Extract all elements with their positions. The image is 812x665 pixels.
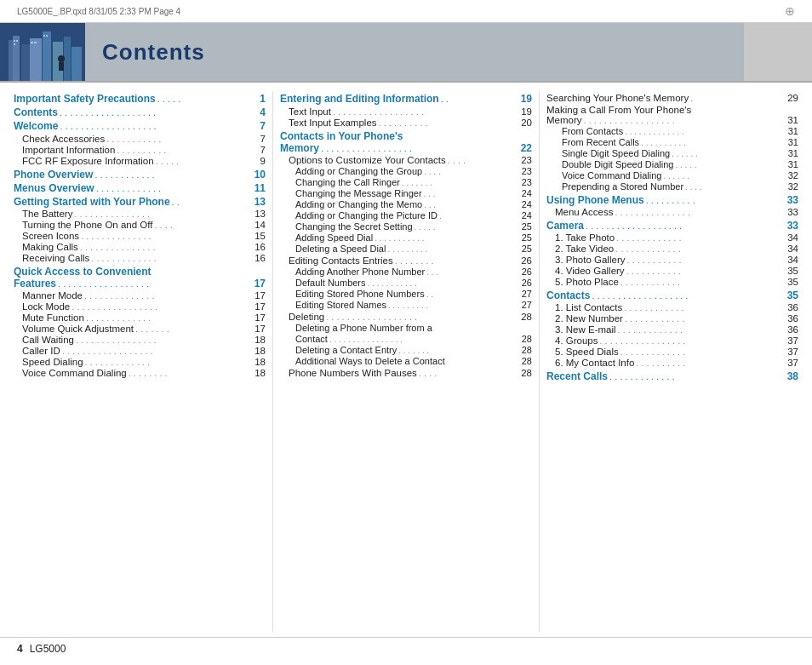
topbar-crosshair: ⊕: [785, 4, 795, 18]
toc-entry-using-menus: Using Phone Menus . . . . . . . . . . 33: [546, 194, 798, 206]
topbar-left: LG5000E_.BP.qxd 8/31/05 2:33 PM Page 4: [17, 7, 180, 16]
toc-entry-camera: Camera . . . . . . . . . . . . . . . . .…: [546, 220, 798, 232]
toc-entry-menus-overview: Menus Overview . . . . . . . . . . . . .…: [14, 182, 266, 194]
toc-sub-del-contact: Deleting a Contact Entry . . . . . . . 2…: [280, 345, 532, 355]
toc-sub-speed-dials: 5. Speed Dials . . . . . . . . . . . . .…: [546, 347, 798, 357]
toc-sub-del-speed: Deleting a Speed Dial . . . . . . . . . …: [280, 244, 532, 254]
toc-sub-video-gallery: 4. Video Gallery . . . . . . . . . . . 3…: [546, 266, 798, 276]
toc-sub-check-accessories: Check Accessories . . . . . . . . . . . …: [14, 134, 266, 144]
toc-sub-groups: 4. Groups . . . . . . . . . . . . . . . …: [546, 335, 798, 346]
toc-sub-prepending: Prepending a Stored Number . . . . 32: [546, 181, 798, 192]
svg-rect-15: [46, 35, 48, 37]
toc-sub-add-group: Adding or Changing the Group . . . . 23: [280, 166, 532, 176]
page-footer: 4 LG5000: [0, 638, 812, 660]
svg-rect-17: [59, 62, 64, 71]
svg-rect-5: [43, 32, 51, 81]
footer-product: LG5000: [30, 643, 66, 655]
svg-point-16: [58, 55, 65, 62]
toc-sub-speed-dial: Speed Dialing . . . . . . . . . . . . . …: [14, 357, 266, 367]
top-bar: LG5000E_.BP.qxd 8/31/05 2:33 PM Page 4 ⊕: [0, 0, 812, 23]
toc-sub-double-digit: Double Digit Speed Dialing . . . . . 31: [546, 159, 798, 169]
toc-sub-call-from-memory: Making a Call From Your Phone's: [546, 105, 798, 115]
toc-sub-text-examples: Text Input Examples . . . . . . . . . . …: [280, 118, 532, 128]
svg-rect-9: [14, 40, 15, 42]
toc-sub-lock: Lock Mode . . . . . . . . . . . . . . . …: [14, 301, 266, 312]
toc-sub-add-another-num: Adding Another Phone Number . . . 26: [280, 267, 532, 277]
header-image: [0, 23, 85, 81]
toc-sub-deleting: Deleting . . . . . . . . . . . . . . . .…: [280, 312, 532, 322]
toc-entry-entering: Entering and Editing Information . . 19: [280, 93, 532, 105]
toc-sub-call-from-memory-2: Memory . . . . . . . . . . . . . . . . .…: [546, 115, 798, 125]
toc-sub-phone-pauses: Phone Numbers With Pauses . . . . 28: [280, 368, 532, 378]
toc-sub-mute: Mute Function . . . . . . . . . . . . . …: [14, 312, 266, 323]
toc-entry-contacts: Contacts in Your Phone's: [280, 130, 532, 142]
toc-sub-call-waiting: Call Waiting . . . . . . . . . . . . . .…: [14, 335, 266, 345]
toc-entry-quick-access: Quick Access to Convenient: [14, 266, 266, 278]
toc-entry-contents: Contents . . . . . . . . . . . . . . . .…: [14, 106, 266, 118]
toc-sub-edit-stored-names: Editing Stored Names . . . . . . . . . 2…: [280, 300, 532, 310]
toc-sub-default-nums: Default Numbers . . . . . . . . . . . 26: [280, 278, 532, 288]
toc-sub-new-number: 2. New Number . . . . . . . . . . . . 36: [546, 313, 798, 324]
toc-sub-important-info: Important Information . . . . . . . . . …: [14, 145, 266, 155]
toc-sub-list-contacts: 1. List Contacts . . . . . . . . . . . .…: [546, 302, 798, 312]
col-divider-1: [272, 91, 273, 632]
toc-sub-battery: The Battery . . . . . . . . . . . . . . …: [14, 209, 266, 219]
svg-rect-8: [71, 47, 82, 81]
toc-sub-receiving-calls: Receiving Calls . . . . . . . . . . . . …: [14, 253, 266, 263]
toc-sub-del-phone-num-2: Contact . . . . . . . . . . . . . . . . …: [280, 334, 532, 344]
toc-sub-add-speed: Adding Speed Dial . . . . . . . . . . . …: [280, 232, 532, 243]
toc-sub-take-photo: 1. Take Photo . . . . . . . . . . . . . …: [546, 232, 798, 243]
column-1: Important Safety Precautions . . . . . 1…: [14, 91, 266, 632]
svg-rect-10: [16, 40, 18, 42]
svg-rect-7: [64, 37, 71, 81]
toc-sub-callerid: Caller ID . . . . . . . . . . . . . . . …: [14, 346, 266, 356]
toc-sub-editing-contacts: Editing Contacts Entries . . . . . . . .…: [280, 255, 532, 266]
toc-sub-msg-ringer: Changing the Message Ringer . . . 24: [280, 188, 532, 198]
svg-rect-11: [14, 43, 15, 45]
svg-rect-12: [31, 42, 33, 43]
toc-sub-add-memo: Adding or Changing the Memo . . . 24: [280, 199, 532, 209]
svg-rect-14: [43, 35, 45, 37]
toc-sub-single-digit: Single Digit Speed Dialing . . . . . . 3…: [546, 148, 798, 158]
toc-sub-photo-place: 5. Photo Place . . . . . . . . . . . . 3…: [546, 277, 798, 287]
toc-sub-screen-icons: Screen Icons . . . . . . . . . . . . . .…: [14, 231, 266, 241]
toc-sub-add-ways-del: Additional Ways to Delete a Contact 28: [280, 356, 532, 366]
toc-sub-manner: Manner Mode . . . . . . . . . . . . . . …: [14, 290, 266, 301]
toc-sub-menu-access: Menu Access . . . . . . . . . . . . . . …: [546, 207, 798, 217]
header-title-area: Contents: [85, 23, 744, 81]
toc-entry-recent-calls: Recent Calls . . . . . . . . . . . . . 3…: [546, 370, 798, 382]
column-3: Searching Your Phone's Memory . 29 Makin…: [546, 91, 798, 632]
toc-sub-voice-cmd: Voice Command Dialing . . . . . . . . 18: [14, 368, 266, 378]
toc-entry-safety: Important Safety Precautions . . . . . 1: [14, 93, 266, 105]
toc-sub-take-video: 2. Take Video . . . . . . . . . . . . . …: [546, 244, 798, 254]
svg-rect-3: [21, 44, 30, 81]
toc-sub-volume: Volume Quick Adjustment . . . . . . . 17: [14, 324, 266, 334]
toc-sub-turning-on-off: Turning the Phone On and Off . . . . 14: [14, 220, 266, 230]
svg-rect-13: [34, 42, 37, 43]
toc-sub-secret: Changing the Secret Setting . . . . . 25: [280, 221, 532, 232]
column-2: Entering and Editing Information . . 19 …: [280, 91, 532, 632]
toc-sub-from-contacts: From Contacts . . . . . . . . . . . . . …: [546, 126, 798, 136]
toc-sub-from-recent: From Recent Calls . . . . . . . . . . 31: [546, 137, 798, 147]
footer-page-number: 4: [17, 643, 23, 655]
toc-sub-photo-gallery: 3. Photo Gallery . . . . . . . . . . . 3…: [546, 255, 798, 265]
toc-entry-getting-started: Getting Started with Your Phone . . 13: [14, 196, 266, 208]
toc-sub-new-email: 3. New E-mail . . . . . . . . . . . . . …: [546, 324, 798, 335]
col-divider-2: [539, 91, 540, 632]
toc-sub-making-calls: Making Calls . . . . . . . . . . . . . .…: [14, 242, 266, 252]
toc-sub-text-input: Text Input . . . . . . . . . . . . . . .…: [280, 106, 532, 117]
page-title: Contents: [102, 39, 205, 66]
svg-rect-2: [13, 36, 20, 81]
svg-rect-4: [30, 38, 42, 81]
toc-entry-welcome: Welcome . . . . . . . . . . . . . . . . …: [14, 120, 266, 132]
toc-sub-add-picture: Adding or Changing the Picture ID . 24: [280, 210, 532, 221]
toc-sub-my-contact: 6. My Contact Info . . . . . . . . . . 3…: [546, 358, 798, 368]
content-area: Important Safety Precautions . . . . . 1…: [0, 83, 812, 637]
toc-sub-searching-memory: Searching Your Phone's Memory . 29: [546, 93, 798, 103]
toc-sub-call-ringer: Changing the Call Ringer . . . . . . . 2…: [280, 177, 532, 187]
toc-entry-contacts-sec: Contacts . . . . . . . . . . . . . . . .…: [546, 290, 798, 301]
toc-sub-del-phone-num: Deleting a Phone Number from a: [280, 323, 532, 333]
toc-sub-options-customize: Options to Customize Your Contacts . . .…: [280, 155, 532, 165]
page-header: Contents: [0, 23, 812, 81]
toc-sub-fcc: FCC RF Exposure Information . . . . . 9: [14, 156, 266, 166]
